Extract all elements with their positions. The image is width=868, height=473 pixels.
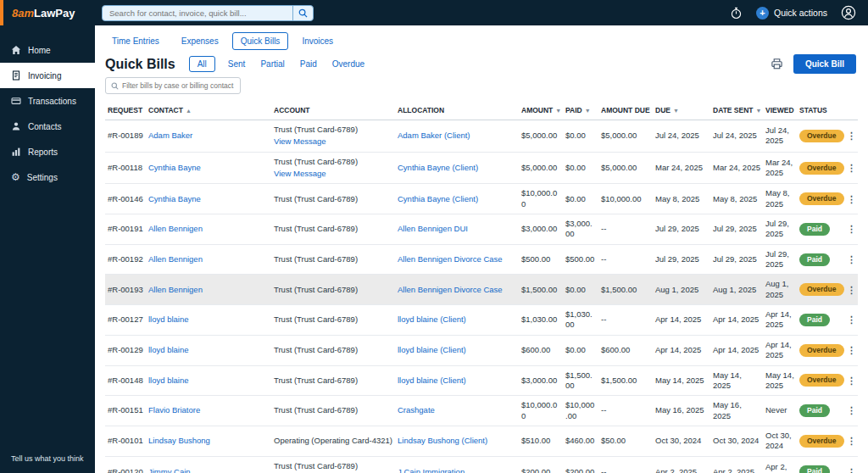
row-menu-button[interactable]: ⋮: [847, 436, 856, 446]
row-menu-button[interactable]: ⋮: [847, 376, 856, 386]
contact-link[interactable]: Adam Baker: [148, 131, 192, 140]
sidebar-item-reports[interactable]: Reports: [0, 139, 95, 164]
table-row[interactable]: #R-00118Cynthia BayneTrust (Trust Card-6…: [105, 152, 858, 184]
amount-cell: $3,000.00: [519, 214, 563, 245]
row-menu-button[interactable]: ⋮: [847, 285, 856, 295]
sidebar-item-label: Settings: [27, 173, 58, 182]
tab-expenses[interactable]: Expenses: [173, 32, 227, 50]
row-menu-button[interactable]: ⋮: [847, 314, 856, 325]
row-menu-button[interactable]: ⋮: [847, 405, 856, 415]
allocation-link[interactable]: Lindsay Bushong (Client): [398, 436, 487, 445]
status-badge: Paid: [799, 314, 830, 326]
tab-time-entries[interactable]: Time Entries: [103, 32, 168, 50]
tab-invoices[interactable]: Invoices: [293, 32, 342, 50]
contact-link[interactable]: Flavio Briatore: [148, 405, 200, 415]
filter-paid[interactable]: Paid: [298, 56, 320, 72]
allocation-link[interactable]: Crashgate: [398, 405, 435, 415]
contact-link[interactable]: Jimmy Cain: [148, 467, 191, 473]
paid-cell: $0.00: [563, 152, 598, 184]
contact-link[interactable]: Allen Bennigen: [148, 285, 203, 294]
allocation-link[interactable]: J Cain Immigration: [398, 467, 465, 473]
date-sent-cell: Oct 30, 2024: [710, 426, 763, 456]
feedback-link[interactable]: Tell us what you think: [11, 454, 84, 463]
column-header-request[interactable]: REQUEST▼: [105, 101, 146, 120]
table-filter-input[interactable]: [122, 81, 235, 90]
column-header-amount-due[interactable]: AMOUNT DUE▼: [598, 101, 653, 120]
row-menu-button[interactable]: ⋮: [847, 345, 856, 355]
allocation-link[interactable]: lloyd blaine (Client): [398, 376, 466, 385]
filter-sent[interactable]: Sent: [225, 56, 248, 72]
quick-actions-label: Quick actions: [774, 8, 827, 18]
contact-link[interactable]: lloyd blaine: [148, 314, 189, 324]
contact-link[interactable]: Cynthia Bayne: [148, 194, 201, 203]
view-message-link[interactable]: View Message: [274, 169, 392, 179]
contact-link[interactable]: Lindsay Bushong: [148, 436, 210, 445]
table-row[interactable]: #R-00146Cynthia BayneTrust (Trust Card-6…: [105, 184, 858, 214]
due-cell: May 8, 2025: [653, 184, 710, 214]
contact-link[interactable]: lloyd blaine: [148, 345, 189, 354]
allocation-link[interactable]: lloyd blaine (Client): [398, 314, 466, 324]
filter-partial[interactable]: Partial: [258, 56, 287, 72]
column-header-paid[interactable]: PAID▼: [563, 101, 598, 120]
row-menu-button[interactable]: ⋮: [847, 467, 856, 473]
amount-due-cell: $5,000.00: [598, 120, 653, 153]
allocation-link[interactable]: Allen Bennigen Divorce Case: [398, 254, 503, 264]
allocation-link[interactable]: Adam Baker (Client): [398, 131, 470, 140]
contact-link[interactable]: Allen Bennigen: [148, 224, 203, 233]
viewed-cell: May 8, 2025: [763, 184, 797, 214]
request-id: #R-00189: [105, 120, 146, 153]
global-search-input[interactable]: [103, 6, 292, 20]
table-row[interactable]: #R-00189Adam BakerTrust (Trust Card-6789…: [105, 120, 858, 153]
row-menu-button[interactable]: ⋮: [847, 194, 856, 204]
column-header-date-sent[interactable]: DATE SENT▼: [710, 101, 763, 120]
due-cell: Oct 30, 2024: [653, 426, 710, 456]
sidebar-item-contacts[interactable]: Contacts: [0, 114, 95, 139]
sidebar-item-invoicing[interactable]: Invoicing: [0, 63, 95, 88]
view-message-link[interactable]: View Message: [274, 136, 392, 147]
table-row[interactable]: #R-00193Allen BennigenTrust (Trust Card-…: [105, 275, 858, 305]
column-header-due[interactable]: DUE▼: [653, 101, 710, 120]
table-row[interactable]: #R-00151Flavio BriatoreTrust (Trust Card…: [105, 396, 858, 426]
allocation-link[interactable]: Allen Bennigen DUI: [398, 224, 468, 233]
quick-bill-button[interactable]: Quick Bill: [793, 54, 856, 74]
allocation-link[interactable]: Cynthia Bayne (Client): [398, 163, 478, 172]
table-row[interactable]: #R-00148lloyd blaineTrust (Trust Card-67…: [105, 365, 858, 396]
allocation-link[interactable]: Cynthia Bayne (Client): [398, 194, 478, 203]
table-filter[interactable]: [105, 77, 241, 94]
column-header-amount[interactable]: AMOUNT▼: [519, 101, 563, 120]
sidebar-item-transactions[interactable]: Transactions: [0, 88, 95, 114]
sidebar-item-settings[interactable]: ⚙ Settings: [0, 164, 95, 190]
print-button[interactable]: [771, 58, 783, 70]
global-search[interactable]: [102, 5, 314, 21]
table-row[interactable]: #R-00101Lindsay BushongOperating (Operat…: [105, 426, 858, 456]
contact-link[interactable]: Allen Bennigen: [148, 254, 203, 264]
allocation-link[interactable]: Allen Bennigen Divorce Case: [398, 285, 503, 294]
tab-quick-bills[interactable]: Quick Bills: [232, 32, 289, 50]
table-row[interactable]: #R-00192Allen BennigenTrust (Trust Card-…: [105, 244, 858, 275]
table-row[interactable]: #R-00120Jimmy CainTrust (Trust Card-6789…: [105, 456, 858, 473]
table-row[interactable]: #R-00129lloyd blaineTrust (Trust Card-67…: [105, 335, 858, 365]
sidebar-item-home[interactable]: Home: [0, 37, 95, 63]
row-menu-button[interactable]: ⋮: [847, 254, 856, 264]
search-button[interactable]: [292, 6, 313, 20]
account-menu-button[interactable]: [841, 5, 856, 20]
allocation-link[interactable]: lloyd blaine (Client): [398, 345, 466, 354]
row-menu-button[interactable]: ⋮: [847, 224, 856, 234]
filter-overdue[interactable]: Overdue: [330, 56, 367, 72]
column-header-contact[interactable]: CONTACT▲: [146, 101, 271, 120]
amount-due-cell: --: [598, 244, 653, 275]
request-id: #R-00148: [105, 365, 146, 396]
status-filter-group: All Sent Partial Paid Overdue: [189, 56, 367, 72]
quick-actions-button[interactable]: + Quick actions: [756, 7, 827, 19]
timer-button[interactable]: [730, 7, 743, 19]
row-menu-button[interactable]: ⋮: [847, 131, 856, 141]
due-cell: May 14, 2025: [653, 365, 710, 396]
table-row[interactable]: #R-00191Allen BennigenTrust (Trust Card-…: [105, 214, 858, 245]
contact-link[interactable]: Cynthia Bayne: [148, 163, 201, 172]
amount-cell: $510.00: [519, 426, 563, 456]
table-row[interactable]: #R-00127lloyd blaineTrust (Trust Card-67…: [105, 305, 858, 336]
paid-cell: $500.00: [563, 244, 598, 275]
row-menu-button[interactable]: ⋮: [847, 163, 856, 173]
filter-all[interactable]: All: [189, 56, 215, 72]
contact-link[interactable]: lloyd blaine: [148, 376, 189, 385]
